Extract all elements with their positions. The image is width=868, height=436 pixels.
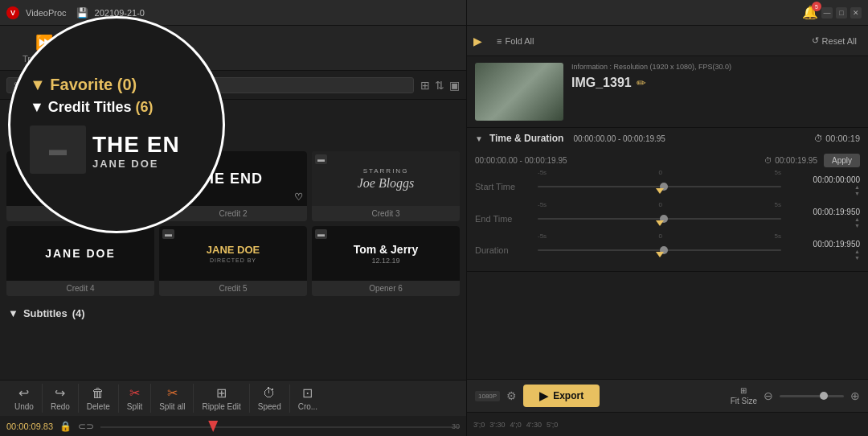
end-up-btn[interactable]: ▲ — [789, 216, 860, 223]
sort-icon[interactable]: ⇅ — [435, 79, 444, 92]
export-label: Export — [553, 390, 583, 401]
bell-container: 🔔 5 — [802, 5, 818, 20]
dur-up-btn[interactable]: ▲ — [789, 249, 860, 255]
credit-6-icon: ▬ — [315, 229, 327, 239]
right-panel: 🔔 5 — □ ✕ ▶ ≡ Fold All ↺ Reset All Infor… — [466, 0, 868, 436]
ripple-edit-button[interactable]: ⊞ Ripple Edit — [194, 384, 249, 413]
export-button[interactable]: ▶ Export — [523, 385, 600, 407]
duration-slider[interactable]: -5s 0 5s — [538, 242, 781, 258]
td-clock-value: ⏱ 00:00:19.95 — [764, 156, 817, 165]
reset-all-button[interactable]: ↺ Reset All — [807, 33, 862, 48]
duration-value: 00:00:19:950 ▲ ▼ — [788, 240, 860, 262]
filter-icon[interactable]: ▣ — [449, 79, 460, 92]
start-up-btn[interactable]: ▲ — [789, 184, 860, 191]
td-time-range-value: 00:00:00.00 - 00:00:19.95 — [475, 156, 567, 165]
credit-card-4[interactable]: JANE DOE Credit 4 — [6, 226, 154, 296]
credit-card-5[interactable]: ▬ JANE DOE DIRECTED BY Credit 5 — [159, 226, 307, 296]
zoom-favorite-label: Favorite — [50, 76, 113, 93]
end-time-slider[interactable]: -5s 0 5s — [538, 211, 781, 227]
zoom-card-small: ▬ — [30, 125, 86, 174]
credit-5-label: Credit 5 — [159, 281, 307, 296]
zoom-plus-button[interactable]: ⊕ — [850, 389, 860, 402]
ripple-edit-label: Ripple Edit — [202, 402, 240, 411]
bell-badge: 5 — [812, 2, 821, 11]
lock-icon[interactable]: 🔒 — [59, 421, 72, 432]
zoom-minus-button[interactable]: ⊖ — [764, 389, 773, 402]
zoom-content: ▼ Favorite (0) ▼ Credit Titles (6) ▬ THE… — [10, 19, 223, 231]
end-slider-labels: -5s 0 5s — [538, 201, 781, 208]
time-duration-section: ▼ Time & Duration 00:00:00.00 - 00:00:19… — [467, 128, 868, 272]
speed-button[interactable]: ⏱ Speed — [250, 385, 290, 413]
subtitles-count: (4) — [72, 307, 85, 319]
zoom-cards-row: ▬ THE EN JANE DOE — [30, 125, 203, 174]
export-icon: ▶ — [539, 389, 548, 402]
zoom-credit-count: (6) — [136, 99, 154, 115]
duration-stepper[interactable]: ▲ ▼ — [789, 249, 860, 262]
zoom-big-text: THE EN — [92, 132, 203, 158]
heart-icon[interactable]: ♡ — [294, 191, 304, 203]
credit-card-3[interactable]: ▬ STARRING Joe Bloggs Credit 3 — [312, 151, 460, 221]
video-title-row: IMG_1391 ✏ — [571, 76, 860, 90]
close-button[interactable]: ✕ — [850, 7, 862, 19]
start-neg-label: -5s — [538, 169, 547, 176]
speed-label: Speed — [258, 402, 281, 411]
save-icon[interactable]: 💾 — [76, 7, 88, 19]
search-icons: ⊞ ⇅ ▣ — [420, 79, 460, 92]
zoom-big-area: THE EN JANE DOE — [92, 125, 203, 174]
timeline-line — [100, 426, 460, 428]
duration-slider-labels: -5s 0 5s — [538, 232, 781, 240]
zoom-credit-titles: ▼ Credit Titles (6) — [30, 99, 154, 116]
grid-icon[interactable]: ⊞ — [420, 79, 430, 92]
end-time-row: End Time -5s 0 5s 00:00:19:950 ▲ — [475, 203, 860, 235]
res-badge: 1080P — [475, 391, 500, 401]
end-slider-track — [538, 218, 781, 220]
apply-button[interactable]: Apply — [824, 154, 860, 167]
right-title-bar: 🔔 5 — □ ✕ — [467, 0, 868, 26]
start-slider-track — [538, 186, 781, 187]
split-icon: ✂ — [129, 385, 140, 401]
link-icon[interactable]: ⊂⊃ — [78, 421, 94, 432]
credit-card-6[interactable]: ▬ Tom & Jerry 12.12.19 Opener 6 — [312, 226, 460, 296]
timeline-numbers: 30 — [452, 422, 460, 430]
credit-4-text: JANE DOE — [45, 247, 116, 260]
end-down-btn[interactable]: ▼ — [789, 223, 860, 229]
delete-button[interactable]: 🗑 Delete — [79, 385, 119, 413]
credit-6-title: Tom & Jerry — [354, 243, 419, 256]
start-slider-labels: -5s 0 5s — [538, 169, 781, 176]
fit-size-button[interactable]: ⊞ Fit Size — [731, 386, 757, 405]
undo-button[interactable]: ↩ Undo — [6, 384, 43, 413]
video-thumbnail[interactable] — [475, 63, 563, 121]
start-time-stepper[interactable]: ▲ ▼ — [789, 184, 860, 198]
zoom-slider[interactable] — [780, 395, 844, 397]
credit-5-icon: ▬ — [162, 229, 174, 239]
maximize-button[interactable]: □ — [836, 7, 847, 19]
td-row-time: 00:00:00.00 - 00:00:19.95 ⏱ 00:00:19.95 … — [475, 150, 860, 171]
crop-button[interactable]: ⊡ Cro... — [290, 384, 326, 413]
duration-slider-triangle — [656, 252, 664, 257]
tl-mark-1: 3';0 — [473, 421, 485, 429]
split-all-button[interactable]: ✂ Split all — [151, 384, 194, 413]
app-title: VideoProc — [26, 8, 67, 18]
start-time-row: Start Time -5s 0 5s 00:00:00:000 ▲ — [475, 171, 860, 203]
start-down-btn[interactable]: ▼ — [789, 191, 860, 197]
dur-down-btn[interactable]: ▼ — [789, 255, 860, 261]
subtitles-section-header[interactable]: ▼ Subtitles (4) — [6, 302, 460, 324]
fold-all-button[interactable]: ≡ Fold All — [492, 34, 539, 48]
delete-icon: 🗑 — [92, 386, 104, 401]
end-time-stepper[interactable]: ▲ ▼ — [789, 216, 860, 230]
settings-icon[interactable]: ⚙ — [506, 389, 517, 402]
timeline-time: 00:00:09.83 — [6, 422, 53, 431]
redo-button[interactable]: ↪ Redo — [43, 384, 79, 413]
subtitles-chevron: ▼ — [8, 307, 18, 319]
split-all-label: Split all — [159, 402, 185, 411]
credit-5-name: JANE DOE — [207, 244, 260, 256]
split-button[interactable]: ✂ Split — [119, 384, 151, 413]
time-duration-header[interactable]: ▼ Time & Duration 00:00:00.00 - 00:00:19… — [475, 133, 860, 144]
redo-icon: ↪ — [55, 385, 65, 401]
start-time-label: Start Time — [475, 182, 531, 191]
td-chevron: ▼ — [475, 134, 483, 143]
start-time-slider[interactable]: -5s 0 5s — [538, 179, 781, 195]
credit-3-preview: ▬ STARRING Joe Bloggs — [312, 151, 460, 206]
video-edit-icon[interactable]: ✏ — [637, 76, 646, 89]
minimize-button[interactable]: — — [821, 7, 833, 19]
